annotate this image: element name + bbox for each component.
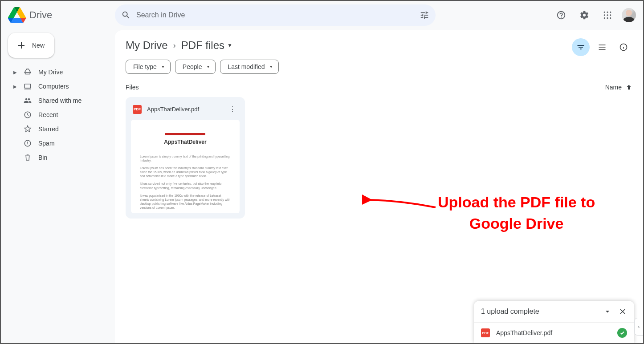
caret-down-icon: ▼ bbox=[206, 65, 210, 69]
sidebar-item-label: Computers bbox=[38, 83, 69, 90]
breadcrumb-current[interactable]: PDF files ▼ bbox=[181, 39, 232, 52]
computers-icon bbox=[24, 82, 32, 90]
sidebar-item-starred[interactable]: Starred bbox=[8, 122, 108, 136]
app-name: Drive bbox=[29, 9, 52, 21]
bin-icon bbox=[24, 154, 32, 162]
main: My Drive › PDF files ▼ File type▼ People… bbox=[115, 30, 643, 343]
svg-point-5 bbox=[610, 14, 611, 16]
sidebar-item-bin[interactable]: Bin bbox=[8, 150, 108, 165]
svg-point-1 bbox=[607, 12, 608, 13]
plus-icon bbox=[16, 40, 27, 51]
sidebar-item-label: Recent bbox=[38, 111, 58, 118]
chip-label: People bbox=[183, 63, 202, 70]
sidebar-item-recent[interactable]: Recent bbox=[8, 108, 108, 122]
my-drive-icon bbox=[24, 68, 32, 76]
chip-last-modified[interactable]: Last modified▼ bbox=[220, 60, 278, 74]
list-view-icon[interactable] bbox=[593, 38, 611, 56]
star-icon bbox=[24, 125, 32, 133]
search-wrap bbox=[115, 4, 436, 26]
logo-area[interactable]: Drive bbox=[8, 6, 115, 24]
caret-down-icon: ▼ bbox=[227, 42, 232, 49]
file-grid: PDF AppsThatDeliver.pdf ⋮ AppsThatDelive… bbox=[126, 97, 632, 219]
breadcrumb-root[interactable]: My Drive bbox=[126, 39, 168, 52]
view-controls bbox=[572, 38, 632, 56]
svg-point-4 bbox=[607, 14, 608, 16]
chip-people[interactable]: People▼ bbox=[175, 60, 216, 74]
apps-icon[interactable] bbox=[599, 6, 616, 24]
sort-button[interactable]: Name bbox=[605, 84, 632, 91]
thumb-title: AppsThatDeliver bbox=[140, 139, 231, 148]
pdf-icon: PDF bbox=[133, 105, 142, 114]
search-bar[interactable] bbox=[115, 4, 436, 26]
more-options-icon[interactable]: ⋮ bbox=[227, 103, 238, 115]
side-panel-toggle[interactable]: ‹ bbox=[634, 318, 643, 336]
search-options-icon[interactable] bbox=[420, 10, 429, 20]
filter-toggle-icon[interactable] bbox=[572, 38, 590, 56]
svg-point-0 bbox=[604, 12, 605, 13]
settings-icon[interactable] bbox=[575, 6, 593, 24]
arrow-up-icon bbox=[625, 84, 632, 91]
svg-point-7 bbox=[607, 17, 608, 19]
section-title: Files bbox=[126, 84, 139, 91]
toast-header: 1 upload complete bbox=[474, 301, 634, 322]
file-name: AppsThatDeliver.pdf bbox=[147, 106, 222, 113]
caret-down-icon: ▼ bbox=[269, 65, 273, 69]
svg-point-6 bbox=[604, 17, 605, 19]
file-card-header: PDF AppsThatDeliver.pdf ⋮ bbox=[131, 102, 240, 120]
search-input[interactable] bbox=[136, 11, 420, 19]
chip-file-type[interactable]: File type▼ bbox=[126, 60, 171, 74]
sidebar-item-label: Shared with me bbox=[38, 97, 82, 104]
top-icons bbox=[543, 6, 636, 24]
toast-item-name: AppsThatDeliver.pdf bbox=[496, 329, 552, 336]
info-icon[interactable] bbox=[615, 38, 632, 56]
filter-chips: File type▼ People▼ Last modified▼ bbox=[126, 60, 632, 74]
svg-point-2 bbox=[610, 12, 611, 13]
drive-logo-icon bbox=[8, 6, 26, 24]
caret-down-icon: ▼ bbox=[161, 65, 165, 69]
sort-label-text: Name bbox=[605, 84, 622, 91]
close-icon[interactable] bbox=[618, 307, 627, 316]
chip-label: Last modified bbox=[228, 63, 265, 70]
sidebar-item-label: My Drive bbox=[38, 69, 63, 76]
new-button-label: New bbox=[32, 42, 45, 49]
new-button[interactable]: New bbox=[8, 33, 54, 58]
file-thumbnail: AppsThatDeliver Lorem Ipsum is simply du… bbox=[131, 120, 240, 213]
sidebar-item-label: Spam bbox=[38, 140, 55, 147]
sidebar-item-spam[interactable]: Spam bbox=[8, 136, 108, 150]
breadcrumb: My Drive › PDF files ▼ bbox=[126, 39, 632, 52]
toast-title: 1 upload complete bbox=[481, 308, 539, 316]
chevron-down-icon[interactable] bbox=[603, 307, 612, 316]
topbar: Drive bbox=[1, 1, 643, 29]
svg-point-8 bbox=[610, 17, 611, 19]
help-icon[interactable] bbox=[552, 6, 570, 24]
pdf-icon: PDF bbox=[481, 328, 490, 337]
check-circle-icon bbox=[617, 328, 627, 338]
upload-toast: 1 upload complete PDF AppsThatDeliver.pd… bbox=[474, 301, 634, 343]
section-header: Files Name bbox=[126, 84, 632, 91]
sidebar-item-label: Starred bbox=[38, 125, 59, 133]
sidebar-item-label: Bin bbox=[38, 154, 47, 161]
toast-item[interactable]: PDF AppsThatDeliver.pdf bbox=[474, 322, 634, 343]
sidebar-item-computers[interactable]: ▶Computers bbox=[8, 79, 108, 93]
chip-label: File type bbox=[133, 63, 157, 70]
svg-point-3 bbox=[604, 14, 605, 16]
avatar[interactable] bbox=[622, 8, 636, 22]
file-card[interactable]: PDF AppsThatDeliver.pdf ⋮ AppsThatDelive… bbox=[126, 97, 245, 219]
shared-icon bbox=[24, 97, 32, 105]
search-icon bbox=[121, 10, 131, 20]
sidebar: New ▶My Drive ▶Computers Shared with me … bbox=[1, 29, 115, 343]
spam-icon bbox=[24, 139, 32, 147]
svg-rect-9 bbox=[24, 84, 31, 88]
sidebar-item-my-drive[interactable]: ▶My Drive bbox=[8, 65, 108, 79]
recent-icon bbox=[24, 111, 32, 119]
breadcrumb-current-label: PDF files bbox=[181, 39, 224, 52]
chevron-right-icon: › bbox=[173, 41, 176, 50]
sidebar-item-shared[interactable]: Shared with me bbox=[8, 93, 108, 108]
